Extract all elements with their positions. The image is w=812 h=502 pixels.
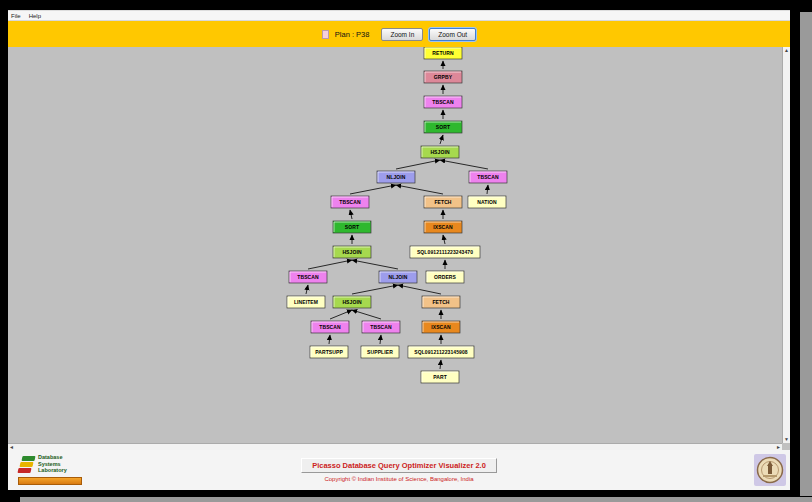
plan-node-r[interactable]: RETURN: [424, 47, 462, 59]
app-window: File Help Plan : P38 Zoom In Zoom Out RE…: [8, 10, 790, 490]
horizontal-scrollbar[interactable]: ◄ ►: [8, 443, 782, 450]
plan-node-label: SUPPLIER: [367, 349, 393, 355]
plan-edge: [352, 285, 398, 294]
menu-item-help[interactable]: Help: [29, 12, 41, 20]
dsl-logo: Database Systems Laboratory: [16, 453, 88, 487]
plan-node-label: TBSCAN: [339, 199, 361, 205]
plan-node-pa[interactable]: PART: [421, 371, 459, 383]
plan-node-nat[interactable]: NATION: [468, 196, 506, 208]
plan-node-label: HSJOIN: [430, 149, 450, 155]
plan-node-t5[interactable]: TBSCAN: [311, 321, 349, 333]
plan-edge: [398, 285, 441, 294]
plan-node-q2[interactable]: SQL091211223145908: [408, 346, 474, 358]
menu-item-file[interactable]: File: [11, 12, 21, 20]
plan-node-g[interactable]: GRPBY: [424, 71, 462, 83]
plan-node-ord[interactable]: ORDERS: [426, 271, 464, 283]
plan-node-label: HSJOIN: [342, 249, 362, 255]
plan-node-label: TBSCAN: [477, 174, 499, 180]
plan-edge: [352, 260, 398, 269]
plan-node-label: LINEITEM: [294, 299, 318, 305]
plan-edge: [308, 260, 352, 269]
plan-node-h2[interactable]: HSJOIN: [333, 246, 371, 258]
menu-bar: File Help: [8, 11, 790, 21]
plan-edge: [350, 210, 352, 219]
plan-node-ps[interactable]: PARTSUPP: [310, 346, 348, 358]
iisc-emblem-icon: [754, 454, 786, 486]
plan-edge: [306, 285, 308, 294]
footer-panel: Database Systems Laboratory Picasso Data…: [8, 450, 790, 490]
plan-node-t6[interactable]: TBSCAN: [362, 321, 400, 333]
plan-edge: [440, 360, 441, 369]
plan-node-t3[interactable]: TBSCAN: [331, 196, 369, 208]
plan-node-label: SORT: [345, 224, 359, 230]
window-drop-shadow-bottom: [20, 497, 812, 502]
plan-node-label: HSJOIN: [342, 299, 362, 305]
plan-node-i1[interactable]: IXSCAN: [424, 221, 462, 233]
plan-canvas: RETURNGRPBYTBSCANSORTHSJOINNLJOINTBSCANT…: [8, 47, 790, 450]
plan-node-s2[interactable]: SORT: [333, 221, 371, 233]
plan-edge: [440, 135, 443, 144]
dsl-logo-text: Database Systems Laboratory: [38, 454, 67, 474]
plan-tree-svg: RETURNGRPBYTBSCANSORTHSJOINNLJOINTBSCANT…: [8, 47, 782, 446]
plan-edge: [350, 185, 396, 194]
plan-node-label: PART: [433, 374, 447, 380]
scroll-down-icon[interactable]: ▼: [783, 436, 790, 443]
plan-node-label: RETURN: [432, 50, 454, 56]
plan-edge: [396, 160, 440, 169]
plan-node-n1[interactable]: NLJOIN: [377, 171, 415, 183]
plan-edge: [440, 160, 488, 169]
toolbar: Plan : P38 Zoom In Zoom Out: [8, 21, 790, 47]
plan-node-label: GRPBY: [434, 74, 453, 80]
plan-node-t2[interactable]: TBSCAN: [469, 171, 507, 183]
plan-node-i2[interactable]: IXSCAN: [422, 321, 460, 333]
plan-node-t1[interactable]: TBSCAN: [424, 96, 462, 108]
dsl-blocks-icon: [18, 455, 36, 475]
plan-node-label: PARTSUPP: [315, 349, 343, 355]
plan-node-li[interactable]: LINEITEM: [287, 296, 325, 308]
plan-node-n2[interactable]: NLJOIN: [379, 271, 417, 283]
plan-node-label: NATION: [477, 199, 497, 205]
plan-node-su[interactable]: SUPPLIER: [361, 346, 399, 358]
plan-node-label: SQL091211223145908: [414, 349, 468, 355]
plan-edge: [443, 235, 445, 244]
plan-label: Plan : P38: [335, 30, 370, 39]
plan-node-label: NLJOIN: [389, 274, 408, 280]
zoom-out-button[interactable]: Zoom Out: [429, 28, 476, 41]
plan-node-label: TBSCAN: [432, 99, 454, 105]
vertical-scrollbar[interactable]: ▲ ▼: [782, 47, 790, 443]
plan-edge: [396, 185, 443, 194]
plan-node-label: FETCH: [432, 299, 449, 305]
plan-node-label: IXSCAN: [431, 324, 451, 330]
plan-node-t4[interactable]: TBSCAN: [289, 271, 327, 283]
window-drop-shadow-right: [800, 12, 812, 496]
plan-node-f2[interactable]: FETCH: [422, 296, 460, 308]
plan-node-label: SORT: [436, 124, 450, 130]
plan-node-label: ORDERS: [434, 274, 457, 280]
plan-color-swatch: [322, 30, 329, 39]
plan-node-h3[interactable]: HSJOIN: [333, 296, 371, 308]
plan-edge: [329, 335, 330, 344]
zoom-in-button[interactable]: Zoom In: [381, 28, 423, 41]
plan-node-label: TBSCAN: [297, 274, 319, 280]
plan-node-label: FETCH: [434, 199, 451, 205]
plan-node-label: IXSCAN: [433, 224, 453, 230]
plan-node-label: TBSCAN: [319, 324, 341, 330]
dsl-logo-banner: [18, 477, 82, 485]
copyright-text: Copyright © Indian Institute of Science,…: [324, 476, 473, 482]
scroll-up-icon[interactable]: ▲: [783, 47, 790, 54]
plan-node-q1[interactable]: SQL0912111223243470: [410, 246, 480, 258]
plan-node-s1[interactable]: SORT: [424, 121, 462, 133]
plan-edge: [330, 310, 352, 319]
plan-node-label: NLJOIN: [387, 174, 406, 180]
plan-node-h1[interactable]: HSJOIN: [421, 146, 459, 158]
plan-node-label: SQL0912111223243470: [417, 249, 473, 255]
app-title: Picasso Database Query Optimizer Visuali…: [301, 458, 497, 473]
plan-edge: [487, 185, 488, 194]
plan-edge: [352, 310, 381, 319]
screenshot-root: { "menu": { "items": [ {"label": "File"}…: [0, 0, 812, 502]
plan-edge: [380, 335, 381, 344]
plan-node-label: TBSCAN: [370, 324, 392, 330]
plan-node-f1[interactable]: FETCH: [424, 196, 462, 208]
